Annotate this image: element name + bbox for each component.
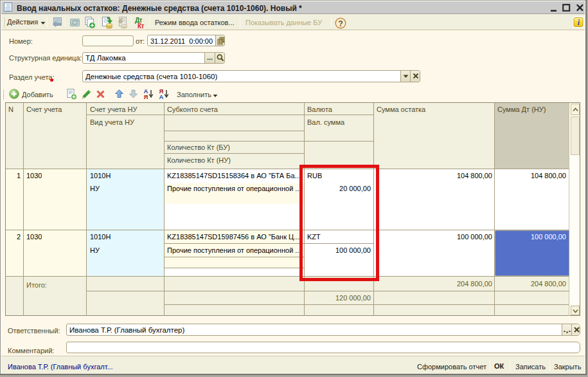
svg-text:?: ? — [338, 19, 343, 28]
